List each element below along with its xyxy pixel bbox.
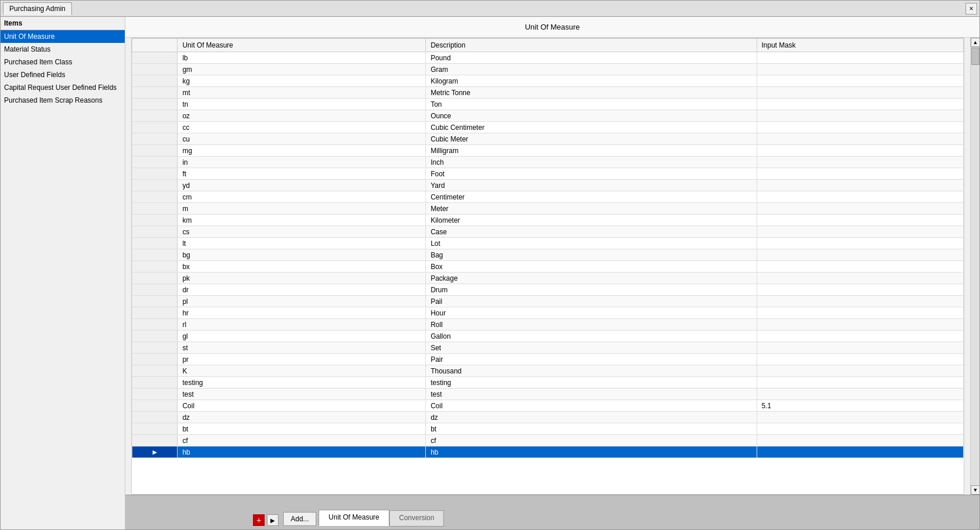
sidebar-item-purchased-item-class[interactable]: Purchased Item Class: [1, 56, 125, 68]
input-mask-cell: [757, 354, 963, 365]
table-row[interactable]: testtest: [132, 389, 964, 400]
main-content-area: Unit Of Measure Unit Of Measure Descript…: [125, 17, 979, 529]
row-indicator-cell: [132, 99, 178, 110]
navigate-button[interactable]: ▶: [267, 514, 279, 526]
row-indicator-cell: [132, 64, 178, 75]
close-button[interactable]: ×: [965, 3, 977, 14]
row-indicator-cell: [132, 296, 178, 307]
tab-conversion[interactable]: Conversion: [389, 510, 444, 527]
row-indicator-cell: [132, 180, 178, 191]
table-row[interactable]: drDrum: [132, 284, 964, 296]
row-indicator-cell: [132, 412, 178, 423]
description-cell: Coil: [426, 400, 757, 412]
vertical-scrollbar[interactable]: ▲ ▼: [970, 38, 979, 495]
table-row[interactable]: ccCubic Centimeter: [132, 122, 964, 133]
table-row[interactable]: ftFoot: [132, 168, 964, 180]
row-indicator-cell: [132, 284, 178, 296]
sidebar-header: Items: [1, 17, 125, 30]
description-cell: Cubic Meter: [426, 133, 757, 145]
row-indicator-cell: [132, 400, 178, 412]
table-row[interactable]: bgBag: [132, 249, 964, 261]
input-mask-cell: [757, 145, 963, 157]
add-row-icon-button[interactable]: +: [253, 514, 265, 526]
table-row[interactable]: plPail: [132, 296, 964, 307]
table-row[interactable]: testingtesting: [132, 377, 964, 389]
input-mask-cell: [757, 389, 963, 400]
input-mask-cell: [757, 284, 963, 296]
table-row[interactable]: cmCentimeter: [132, 191, 964, 203]
description-cell: Lot: [426, 238, 757, 249]
table-row[interactable]: bxBox: [132, 261, 964, 273]
table-row[interactable]: rlRoll: [132, 319, 964, 331]
table-row[interactable]: mMeter: [132, 203, 964, 215]
input-mask-cell: [757, 75, 963, 87]
sidebar-item-scrap-reasons[interactable]: Purchased Item Scrap Reasons: [1, 94, 125, 107]
tab-unit-of-measure[interactable]: Unit Of Measure: [319, 510, 389, 526]
unit-cell: hb: [178, 446, 426, 458]
table-row[interactable]: ozOunce: [132, 110, 964, 122]
table-row[interactable]: pkPackage: [132, 273, 964, 284]
row-indicator-cell: [132, 168, 178, 180]
table-row[interactable]: csCase: [132, 226, 964, 238]
sidebar-item-user-defined-fields[interactable]: User Defined Fields: [1, 68, 125, 81]
scroll-thumb[interactable]: [971, 48, 979, 65]
table-row[interactable]: tnTon: [132, 99, 964, 110]
input-mask-cell: [757, 261, 963, 273]
col-unit: Unit Of Measure: [178, 39, 426, 52]
table-row[interactable]: ydYard: [132, 180, 964, 191]
table-row[interactable]: cfcf: [132, 435, 964, 446]
description-cell: Box: [426, 261, 757, 273]
table-row[interactable]: dzdz: [132, 412, 964, 423]
sidebar-item-unit-of-measure[interactable]: Unit Of Measure: [1, 30, 125, 43]
sidebar-item-capital-request[interactable]: Capital Request User Defined Fields: [1, 81, 125, 94]
input-mask-cell: [757, 365, 963, 377]
table-row[interactable]: prPair: [132, 354, 964, 365]
table-row[interactable]: stSet: [132, 342, 964, 354]
table-row[interactable]: hrHour: [132, 307, 964, 319]
unit-cell: in: [178, 157, 426, 168]
unit-cell: cm: [178, 191, 426, 203]
scroll-track[interactable]: [971, 47, 979, 485]
scroll-up-button[interactable]: ▲: [971, 38, 979, 47]
close-icon: ×: [969, 5, 973, 13]
table-row[interactable]: gmGram: [132, 64, 964, 75]
unit-cell: bg: [178, 249, 426, 261]
table-row[interactable]: cuCubic Meter: [132, 133, 964, 145]
table-row[interactable]: inInch: [132, 157, 964, 168]
unit-cell: rl: [178, 319, 426, 331]
row-indicator-cell: [132, 249, 178, 261]
app-tab[interactable]: Purchasing Admin: [3, 2, 72, 15]
description-cell: Ton: [426, 99, 757, 110]
unit-cell: cc: [178, 122, 426, 133]
table-row[interactable]: kmKilometer: [132, 215, 964, 226]
table-row[interactable]: glGallon: [132, 331, 964, 342]
row-indicator-cell: [132, 75, 178, 87]
row-indicator-cell: [132, 157, 178, 168]
input-mask-cell: [757, 249, 963, 261]
table-row[interactable]: KThousand: [132, 365, 964, 377]
unit-cell: yd: [178, 180, 426, 191]
row-indicator-cell: [132, 110, 178, 122]
row-indicator-cell: [132, 215, 178, 226]
table-row[interactable]: mgMilligram: [132, 145, 964, 157]
table-row[interactable]: CoilCoil5.1: [132, 400, 964, 412]
description-cell: Drum: [426, 284, 757, 296]
table-row[interactable]: btbt: [132, 423, 964, 435]
row-indicator-cell: [132, 87, 178, 99]
sidebar-item-material-status[interactable]: Material Status: [1, 43, 125, 56]
row-indicator-cell: [132, 191, 178, 203]
add-button[interactable]: Add...: [283, 512, 316, 526]
input-mask-cell: [757, 273, 963, 284]
description-cell: Case: [426, 226, 757, 238]
table-row[interactable]: ▶hbhb: [132, 446, 964, 458]
input-mask-cell: [757, 110, 963, 122]
input-mask-cell: [757, 157, 963, 168]
table-row[interactable]: lbPound: [132, 52, 964, 64]
description-cell: Roll: [426, 319, 757, 331]
scroll-down-button[interactable]: ▼: [971, 485, 979, 495]
table-row[interactable]: mtMetric Tonne: [132, 87, 964, 99]
table-row[interactable]: ltLot: [132, 238, 964, 249]
data-table-container[interactable]: Unit Of Measure Description Input Mask l…: [131, 38, 964, 495]
table-row[interactable]: kgKilogram: [132, 75, 964, 87]
input-mask-cell: [757, 377, 963, 389]
